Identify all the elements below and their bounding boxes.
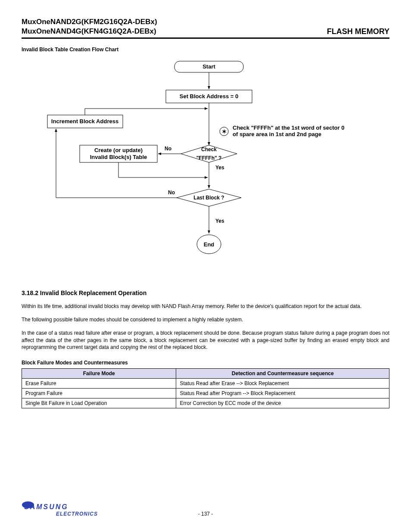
table-row: Erase Failure Status Read after Erase --… [22,379,389,389]
flow-end: End [204,241,215,248]
table-row: Single Bit Failure in Load Operation Err… [22,398,389,408]
flow-last-block: Last Block ? [193,195,224,201]
flow-no-2: No [168,190,175,196]
failure-table: Failure Mode Detection and Countermeasur… [22,368,389,408]
cell: Single Bit Failure in Load Operation [22,398,176,408]
table-row: Program Failure Status Read after Progra… [22,389,389,398]
cell: Program Failure [22,389,176,398]
logo-brand: SAMSUNG [24,503,68,510]
flow-yes-2: Yes [215,218,224,224]
flow-increment: Increment Block Address [51,118,118,124]
footer: SAMSUNG ELECTRONICS - 137 - [22,499,389,517]
product-line-1: MuxOneNAND2G(KFM2G16Q2A-DEBx) [22,17,157,27]
star-icon: ✶ [222,128,227,135]
header-left: MuxOneNAND2G(KFM2G16Q2A-DEBx) MuxOneNAND… [22,17,157,36]
paragraph-3: In the case of a status read failure aft… [22,330,389,351]
header-right: FLASH MEMORY [327,27,389,36]
flow-note-1: Check "FFFFh" at the 1st word of sector … [233,124,344,131]
paragraph-2: The following possible failure modes sho… [22,316,389,324]
table-header-0: Failure Mode [22,369,176,379]
flow-create-1: Create (or update) [94,147,143,153]
flow-set-addr: Set Block Address = 0 [180,93,238,100]
table-header-1: Detection and Countermeasure sequence [176,369,389,379]
cell: Error Correction by ECC mode of the devi… [176,398,389,408]
cell: Status Read after Erase --> Block Replac… [176,379,389,389]
samsung-logo: SAMSUNG ELECTRONICS [22,499,99,517]
flow-note-2: of spare area in 1st and 2nd page [233,131,321,137]
page-header: MuxOneNAND2G(KFM2G16Q2A-DEBx) MuxOneNAND… [22,17,389,39]
flowchart-title: Invalid Block Table Creation Flow Chart [22,47,389,53]
flow-start: Start [202,63,215,70]
flow-no-1: No [165,146,171,152]
flow-create-2: Invalid Block(s) Table [90,154,147,160]
page-number: - 137 - [99,511,312,517]
cell: Status Read after Program --> Block Repl… [176,389,389,398]
section-heading: 3.18.2 Invalid Block Replacement Operati… [22,289,389,296]
flow-check-1: Check [201,146,217,152]
flow-yes-1: Yes [215,165,224,171]
cell: Erase Failure [22,379,176,389]
flow-check-2: "FFFFh" ? [196,155,222,161]
logo-sub: ELECTRONICS [56,511,99,517]
table-title: Block Failure Modes and Countermeasures [22,360,389,366]
paragraph-1: Within its life time, additional invalid… [22,303,389,310]
flowchart: Start Set Block Address = 0 Increment Bl… [22,59,389,279]
product-line-2: MuxOneNAND4G(KFN4G16Q2A-DEBx) [22,27,157,36]
